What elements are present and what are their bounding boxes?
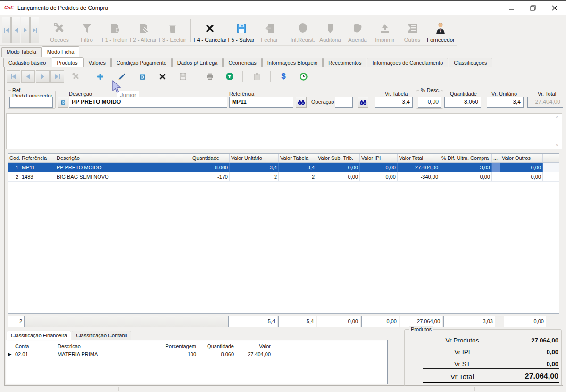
- class-cell-valor[interactable]: 27.404,00: [235, 351, 272, 357]
- row-print-button[interactable]: [203, 70, 217, 83]
- restore-button[interactable]: [522, 1, 544, 15]
- row-save-button[interactable]: [176, 70, 190, 83]
- referencia-search-button[interactable]: [296, 97, 307, 108]
- tab-cadastro-basico[interactable]: Cadastro básico: [3, 58, 51, 67]
- classification-row[interactable]: ▶ 02.01 MATERIA PRIMA 100 8.060 27.404,0…: [6, 350, 387, 358]
- observations-textarea[interactable]: ˄ ˅: [6, 113, 562, 149]
- tab-recebimentos[interactable]: Recebimentos: [323, 58, 366, 67]
- imprimir-button[interactable]: Imprimir: [371, 17, 399, 44]
- vr-unitario-input[interactable]: 3,4: [487, 97, 524, 108]
- cell-valor-unitario[interactable]: 2: [230, 172, 279, 181]
- row-history-button[interactable]: [296, 70, 310, 83]
- minimize-button[interactable]: [500, 1, 522, 15]
- class-cell-descricao[interactable]: MATERIA PRIMA: [56, 351, 153, 357]
- row-filter-button[interactable]: [223, 70, 237, 83]
- cell-referencia[interactable]: MP11: [20, 163, 55, 172]
- nav-prev-button[interactable]: [11, 17, 20, 43]
- col-header[interactable]: Referência: [20, 154, 55, 162]
- row-delete-button[interactable]: [135, 70, 150, 83]
- tab-modo-tabela[interactable]: Modo Tabela: [1, 47, 42, 57]
- cell-referencia[interactable]: 1483: [20, 172, 55, 181]
- referencia-input[interactable]: MP11: [229, 97, 293, 108]
- cell-valor-total[interactable]: -340,00: [398, 172, 440, 181]
- col-header[interactable]: Valor Outros: [500, 154, 543, 162]
- ref-prodx-input[interactable]: [9, 97, 53, 108]
- cell-valor-ipi[interactable]: 0,00: [360, 163, 398, 172]
- cell-valor-sub-trib[interactable]: 0,00: [316, 163, 360, 172]
- close-button[interactable]: [544, 1, 566, 15]
- col-header[interactable]: Valor Unitário: [230, 154, 279, 162]
- salvar-button[interactable]: F5 - Salvar: [227, 17, 256, 44]
- tab-informacoes-bloqueio[interactable]: Informações Bloqueio: [262, 58, 323, 67]
- cell-valor-ipi[interactable]: 0,00: [360, 172, 398, 181]
- col-header[interactable]: % Dif. Ultm. Compra: [440, 154, 492, 162]
- tab-dados-entrega[interactable]: Dados p/ Entrega: [172, 58, 223, 67]
- descricao-input[interactable]: PP PRETO MOIDO: [69, 97, 227, 108]
- col-header[interactable]: ...: [492, 154, 500, 162]
- cancelar-button[interactable]: F4 - Cancelar: [193, 17, 227, 44]
- cell-quantidade[interactable]: 8.060: [191, 163, 230, 172]
- cell-valor-unitario[interactable]: 3,4: [230, 163, 279, 172]
- obs-scrollbar[interactable]: ˄ ˅: [554, 115, 560, 148]
- nav-first-button[interactable]: [2, 17, 11, 43]
- cell-perc-dif[interactable]: 0,00: [440, 172, 492, 181]
- filtro-button[interactable]: Filtro: [73, 17, 100, 44]
- col-header[interactable]: Valor Total: [398, 154, 440, 162]
- nav-last-button[interactable]: [30, 17, 39, 43]
- class-cell-conta[interactable]: 02.01: [14, 351, 56, 357]
- auditoria-button[interactable]: Auditoria: [316, 17, 344, 44]
- row-paste-button[interactable]: [250, 70, 264, 83]
- row-first-button[interactable]: [7, 70, 20, 83]
- infregist-button[interactable]: Inf.Regist.: [289, 17, 316, 44]
- tab-classificacoes[interactable]: Classificações: [449, 58, 492, 67]
- tab-condicao-pagamento[interactable]: Condição Pagamento: [111, 58, 172, 67]
- grid-row-selected[interactable]: 1 MP11 PP PRETO MOIDO 8.060 3,4 3,4 0,00…: [8, 163, 559, 172]
- scroll-up-icon[interactable]: ˄: [556, 115, 558, 119]
- scroll-down-icon[interactable]: ˅: [556, 143, 558, 148]
- class-cell-porcentagem[interactable]: 100: [153, 351, 198, 357]
- opcoes-button[interactable]: Opcoes: [46, 17, 73, 44]
- operacao-input[interactable]: [335, 97, 353, 108]
- perc-desc-input[interactable]: 0,00: [418, 97, 441, 108]
- nav-next-button[interactable]: [21, 17, 30, 43]
- tab-ocorrencias[interactable]: Ocorrencias: [223, 58, 261, 67]
- cell-perc-dif[interactable]: 3,03: [440, 163, 492, 172]
- row-next-button[interactable]: [36, 70, 50, 83]
- col-header[interactable]: Quantidade: [191, 154, 230, 162]
- row-price-button[interactable]: $: [276, 70, 291, 83]
- quantidade-input[interactable]: 8.060: [444, 97, 481, 108]
- cell-valor-outros[interactable]: 0,00: [500, 163, 543, 172]
- class-cell-quantidade[interactable]: 8.060: [198, 351, 235, 357]
- row-tools-icon[interactable]: [69, 70, 83, 83]
- cell-descricao[interactable]: BIG BAG SEMI NOVO: [55, 172, 191, 181]
- operacao-search-button[interactable]: [358, 97, 368, 108]
- col-header[interactable]: Valor IPI: [360, 154, 398, 162]
- cell-cod[interactable]: 1: [8, 163, 20, 172]
- tab-produtos[interactable]: Produtos: [52, 57, 83, 67]
- tab-valores[interactable]: Valores: [83, 58, 111, 67]
- tab-informacoes-cancelamento[interactable]: Informações de Cancelamento: [367, 58, 448, 67]
- grid-row[interactable]: 2 1483 BIG BAG SEMI NOVO -170 2 2 0,00 0…: [8, 172, 559, 182]
- col-header[interactable]: Valor Sub. Trib.: [316, 154, 360, 162]
- agenda-button[interactable]: Agenda: [344, 17, 371, 44]
- row-prev-button[interactable]: [21, 70, 35, 83]
- ref-prodx-clear-button[interactable]: [58, 97, 68, 108]
- tab-classificacao-financeira[interactable]: Classificação Financeira: [7, 331, 71, 340]
- cell-valor-tabela[interactable]: 3,4: [279, 163, 316, 172]
- cell-valor-outros[interactable]: 0,00: [500, 172, 543, 181]
- tab-classificacao-contabil[interactable]: Classificação Contábil: [72, 331, 131, 340]
- vr-tabela-input[interactable]: 3,4: [375, 97, 413, 108]
- col-header[interactable]: Valor Tabela: [279, 154, 316, 162]
- row-last-button[interactable]: [50, 70, 64, 83]
- fechar-button[interactable]: Fechar: [256, 17, 283, 44]
- cell-dots[interactable]: [492, 172, 500, 181]
- fornecedor-button[interactable]: Fornecedor: [426, 17, 456, 44]
- alterar-button[interactable]: F2 - Alterar: [129, 17, 158, 44]
- excluir-button[interactable]: F3 - Excluir: [158, 17, 188, 44]
- row-add-button[interactable]: [93, 70, 107, 83]
- outros-button[interactable]: Outros: [399, 17, 426, 44]
- incluir-button[interactable]: F1 - Incluir: [100, 17, 129, 44]
- tab-modo-ficha[interactable]: Modo Ficha: [42, 46, 79, 57]
- cell-quantidade[interactable]: -170: [191, 172, 230, 181]
- cell-dots[interactable]: [492, 163, 500, 172]
